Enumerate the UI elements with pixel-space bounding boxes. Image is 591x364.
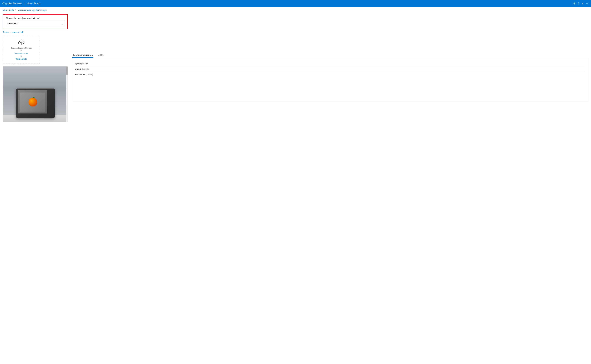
upload-or-2: or bbox=[21, 55, 22, 57]
help-icon[interactable]: ? bbox=[578, 2, 579, 5]
product-name: Vision Studio bbox=[27, 2, 40, 5]
header-actions: ⚙ ? ∨ ☺ bbox=[573, 2, 589, 5]
upload-or-1: or bbox=[21, 50, 22, 52]
tab-detected-attributes[interactable]: Detected attributes bbox=[72, 52, 93, 58]
right-panel: Detected attributes JSON apple (94.0%) o… bbox=[72, 14, 588, 122]
result-tag-apple: apple bbox=[75, 62, 81, 65]
apple-object bbox=[28, 98, 37, 106]
app-name: Cognitive Services bbox=[2, 2, 22, 5]
chevron-down-icon[interactable]: ∨ bbox=[582, 2, 584, 5]
browse-file-link[interactable]: Browse for a file bbox=[14, 52, 28, 55]
result-confidence-apple: (94.0%) bbox=[81, 62, 88, 65]
result-item-apple: apple (94.0%) bbox=[75, 61, 585, 66]
result-tag-cucumber: cucumber bbox=[75, 73, 85, 76]
breadcrumb-current-page: Extract common tags from images bbox=[18, 9, 46, 11]
scrollbar-thumb[interactable] bbox=[66, 66, 67, 75]
settings-icon[interactable]: ⚙ bbox=[573, 2, 576, 5]
model-dropdown-wrapper: contosotest prebuilt ⌄ bbox=[6, 21, 65, 26]
header-title-group: Cognitive Services | Vision Studio bbox=[2, 2, 40, 5]
results-box: apple (94.0%) onion (3.58%) cucumber (2.… bbox=[72, 58, 588, 102]
main-content: Choose the model you want to try out con… bbox=[0, 13, 591, 125]
uploaded-image bbox=[3, 66, 68, 122]
model-dropdown[interactable]: contosotest prebuilt bbox=[6, 21, 65, 26]
breadcrumb-root[interactable]: Vision Studio bbox=[3, 9, 14, 11]
result-item-onion: onion (3.58%) bbox=[75, 66, 585, 72]
results-tabs: Detected attributes JSON bbox=[72, 52, 588, 58]
microwave-body bbox=[16, 89, 55, 118]
apple-leaf bbox=[33, 97, 35, 98]
image-scrollbar[interactable] bbox=[66, 66, 67, 122]
microwave-interior bbox=[20, 92, 45, 112]
microwave-door bbox=[18, 90, 47, 114]
breadcrumb: Vision Studio > Extract common tags from… bbox=[0, 7, 591, 13]
result-confidence-onion: (3.58%) bbox=[81, 68, 89, 70]
breadcrumb-separator: > bbox=[15, 9, 16, 11]
left-panel: Choose the model you want to try out con… bbox=[3, 14, 68, 122]
train-custom-model-link[interactable]: Train a custom model bbox=[3, 31, 23, 33]
tab-json[interactable]: JSON bbox=[98, 52, 105, 58]
result-tag-onion: onion bbox=[75, 68, 81, 70]
result-confidence-cucumber: (2.41%) bbox=[86, 73, 93, 76]
image-preview-container bbox=[3, 66, 68, 122]
model-selector-label: Choose the model you want to try out bbox=[6, 17, 65, 19]
app-header: Cognitive Services | Vision Studio ⚙ ? ∨… bbox=[0, 0, 591, 7]
user-avatar-icon[interactable]: ☺ bbox=[586, 2, 589, 5]
header-divider: | bbox=[24, 2, 25, 5]
upload-dropzone[interactable]: Drag and drop a file here or Browse for … bbox=[3, 36, 40, 64]
take-photo-link[interactable]: Take a photo bbox=[16, 58, 27, 60]
model-selector-box: Choose the model you want to try out con… bbox=[3, 14, 68, 29]
result-item-cucumber: cucumber (2.41%) bbox=[75, 72, 585, 77]
cloud-upload-icon bbox=[18, 39, 25, 46]
drag-drop-text: Drag and drop a file here bbox=[11, 47, 32, 49]
